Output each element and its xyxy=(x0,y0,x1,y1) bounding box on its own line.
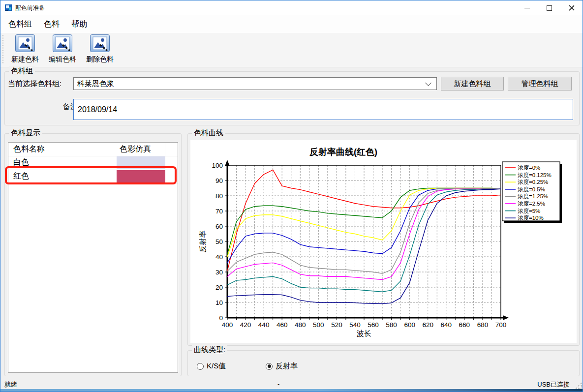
table-header: 色料名称色彩仿真 xyxy=(8,143,178,156)
toolbar-button-编辑色料[interactable]: 编辑色料 xyxy=(47,34,78,64)
svg-text:420: 420 xyxy=(240,321,251,329)
svg-text:20: 20 xyxy=(215,284,223,291)
svg-text:660: 660 xyxy=(459,321,470,329)
chevron-down-icon xyxy=(425,80,431,86)
minimize-button[interactable] xyxy=(516,0,538,15)
svg-text:90: 90 xyxy=(215,177,223,184)
svg-text:30: 30 xyxy=(215,269,223,276)
window-title: 配色前准备 xyxy=(15,4,45,12)
svg-text:浓度=1.25%: 浓度=1.25% xyxy=(518,193,548,199)
maximize-button[interactable] xyxy=(538,0,560,15)
svg-text:620: 620 xyxy=(422,321,433,329)
svg-text:460: 460 xyxy=(276,321,288,329)
pigment-set-groupbox: 色料组 当前选择色料组: 科莱恩色浆 新建色料组 管理色料组 备注: xyxy=(4,71,580,125)
curve-groupbox: 色料曲线 40042044046048050052054056058060062… xyxy=(187,133,580,346)
picture-icon xyxy=(90,34,110,55)
reflectance-chart: 4004204404604805005205405605806006206406… xyxy=(190,140,577,343)
svg-text:60: 60 xyxy=(215,223,223,230)
curve-type-groupbox: 曲线类型: K/S值反射率 xyxy=(187,350,580,376)
svg-text:反射率曲线(红色): 反射率曲线(红色) xyxy=(309,147,377,157)
column-header-swatch: 色彩仿真 xyxy=(120,144,151,154)
picture-icon xyxy=(52,34,73,55)
status-bar: 就绪 - USB已连接 xyxy=(0,378,583,390)
table-row-白色[interactable]: 白色 xyxy=(8,156,178,170)
maximize-icon xyxy=(547,5,552,11)
toolbar-grip-handle[interactable] xyxy=(2,34,4,64)
pigment-group-select[interactable]: 科莱恩色浆 xyxy=(73,77,437,90)
radio-label: 反射率 xyxy=(276,362,298,371)
current-group-label: 当前选择色料组: xyxy=(8,79,61,89)
svg-text:浓度=0%: 浓度=0% xyxy=(518,165,540,171)
title-bar: 配色前准备 xyxy=(0,0,583,15)
remark-input[interactable] xyxy=(73,99,573,120)
status-usb-text: USB已连接 xyxy=(537,380,570,389)
svg-text:680: 680 xyxy=(477,321,489,329)
svg-text:440: 440 xyxy=(258,321,270,329)
svg-text:500: 500 xyxy=(313,321,324,329)
table-row-红色[interactable]: 红色 xyxy=(8,170,178,184)
toolbar-button-label: 新建色料 xyxy=(11,55,39,64)
curve-type-group-title: 曲线类型: xyxy=(192,345,227,355)
menu-bar: 色料组色料帮助 xyxy=(0,15,583,33)
menu-item-色料[interactable]: 色料 xyxy=(40,17,63,31)
curve-group-title: 色料曲线 xyxy=(192,128,225,138)
resize-grip[interactable] xyxy=(575,382,582,389)
svg-text:400: 400 xyxy=(222,321,233,329)
svg-text:560: 560 xyxy=(368,321,379,329)
menu-item-帮助[interactable]: 帮助 xyxy=(67,17,91,31)
svg-text:浓度=2.5%: 浓度=2.5% xyxy=(518,201,545,207)
radio-K/S值[interactable]: K/S值 xyxy=(197,362,226,371)
svg-text:浓度=0.125%: 浓度=0.125% xyxy=(518,172,552,178)
menu-item-色料组[interactable]: 色料组 xyxy=(4,17,36,31)
new-group-button[interactable]: 新建色料组 xyxy=(441,77,504,90)
svg-text:波长: 波长 xyxy=(357,329,371,337)
radio-反射率[interactable]: 反射率 xyxy=(266,362,298,371)
svg-text:580: 580 xyxy=(386,321,397,329)
pigment-table: 色料名称色彩仿真白色红色 xyxy=(8,142,178,373)
svg-text:浓度=0.25%: 浓度=0.25% xyxy=(518,179,548,185)
svg-text:480: 480 xyxy=(295,321,306,329)
app-window: 配色前准备 色料组色料帮助 新建色料编辑色料删除色料 色料组 当前选择色料组: … xyxy=(0,0,583,392)
toolbar-button-label: 编辑色料 xyxy=(49,55,76,64)
svg-text:浓度=5%: 浓度=5% xyxy=(518,208,540,214)
color-swatch xyxy=(117,170,165,183)
svg-text:100: 100 xyxy=(212,162,223,169)
radio-selected-icon xyxy=(266,363,273,370)
pigment-name: 白色 xyxy=(13,157,29,168)
taskbar-strip xyxy=(0,389,583,392)
svg-text:700: 700 xyxy=(495,321,507,329)
app-icon xyxy=(4,4,12,12)
svg-text:540: 540 xyxy=(349,321,361,329)
status-center-text: - xyxy=(277,380,279,388)
column-header-name: 色料名称 xyxy=(13,144,45,154)
svg-text:50: 50 xyxy=(215,238,223,245)
toolbar-button-删除色料[interactable]: 删除色料 xyxy=(85,34,115,64)
svg-text:0: 0 xyxy=(219,314,223,322)
svg-text:80: 80 xyxy=(215,192,223,200)
minimize-icon xyxy=(524,8,530,8)
close-icon xyxy=(569,5,575,11)
svg-text:40: 40 xyxy=(215,253,223,261)
pigment-display-group-title: 色料显示 xyxy=(9,128,42,138)
radio-label: K/S值 xyxy=(207,362,226,371)
close-button[interactable] xyxy=(560,0,583,15)
pigment-display-groupbox: 色料显示 色料名称色彩仿真白色红色 xyxy=(4,133,182,376)
toolbar-button-新建色料[interactable]: 新建色料 xyxy=(10,34,40,64)
svg-text:浓度=0.5%: 浓度=0.5% xyxy=(518,186,545,192)
picture-icon xyxy=(15,34,35,55)
svg-text:70: 70 xyxy=(215,208,223,215)
svg-text:反射率: 反射率 xyxy=(198,231,207,253)
pigment-set-group-title: 色料组 xyxy=(9,66,35,76)
toolbar-button-label: 删除色料 xyxy=(86,55,114,64)
pigment-group-selected-value: 科莱恩色浆 xyxy=(77,79,426,89)
svg-text:浓度=10%: 浓度=10% xyxy=(518,215,544,221)
toolbar: 新建色料编辑色料删除色料 xyxy=(0,33,583,67)
radio-unselected-icon xyxy=(197,363,204,370)
color-swatch xyxy=(117,156,165,169)
svg-text:10: 10 xyxy=(215,299,223,306)
pigment-name: 红色 xyxy=(13,171,29,181)
svg-text:520: 520 xyxy=(331,321,342,329)
svg-text:640: 640 xyxy=(441,321,452,329)
svg-text:600: 600 xyxy=(404,321,415,329)
manage-group-button[interactable]: 管理色料组 xyxy=(508,77,572,90)
